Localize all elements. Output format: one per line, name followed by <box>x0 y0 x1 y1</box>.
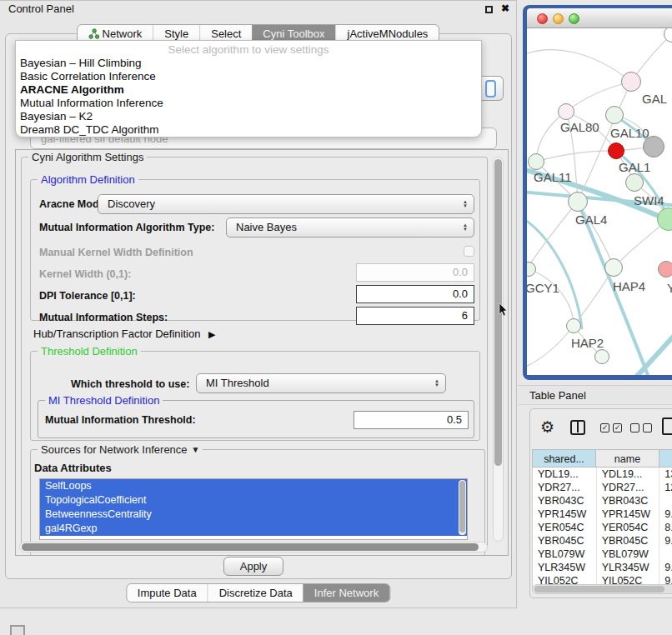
scrollbar-thumb[interactable] <box>534 586 664 592</box>
table-row[interactable]: YDR27...YDR27...12 <box>533 481 672 494</box>
table-cell: YBL079W <box>597 548 660 561</box>
network-node-gal11[interactable] <box>528 153 544 170</box>
manual-kernel-checkbox[interactable] <box>464 246 474 257</box>
table-cell: 12 <box>659 481 672 494</box>
settings-horizontal-scrollbar[interactable] <box>19 542 488 552</box>
network-node[interactable] <box>594 349 609 364</box>
float-window-icon[interactable] <box>485 6 493 13</box>
which-threshold-label: Which threshold to use: <box>71 378 189 390</box>
data-attributes-list[interactable]: SelfLoopsTopologicalCoefficientBetweenne… <box>39 478 468 540</box>
table-row[interactable]: YBL079WYBL079W <box>533 548 672 561</box>
network-node[interactable] <box>643 136 664 158</box>
algorithm-definition-group: Algorithm Definition Aracne Mode: Discov… <box>30 179 480 321</box>
algorithm-option-aracne-algorithm[interactable]: ARACNE Algorithm <box>16 83 481 97</box>
algorithm-option-dream8-dc-tdc-algorithm[interactable]: Dream8 DC_TDC Algorithm <box>16 123 481 137</box>
unchecked-checkbox-icon[interactable] <box>643 423 652 432</box>
algorithm-combo-stepper[interactable] <box>482 76 504 101</box>
algorithm-option-bayesian-hill-climbing[interactable]: Bayesian – Hill Climbing <box>16 57 481 70</box>
network-node-gal1[interactable] <box>608 142 624 159</box>
table-cell: YLR345W <box>533 561 597 574</box>
node-label: GAL80 <box>560 120 599 134</box>
close-icon[interactable]: ✖ <box>501 2 509 14</box>
network-window-titlebar[interactable] <box>527 8 672 28</box>
network-node-hap2[interactable] <box>566 318 581 333</box>
mi-threshold-field[interactable]: 0.5 <box>354 411 469 429</box>
apply-button[interactable]: Apply <box>223 557 283 576</box>
attribute-item-selfloops[interactable]: SelfLoops <box>40 479 467 493</box>
scrollbar-thumb[interactable] <box>459 481 465 532</box>
dpi-tolerance-field[interactable]: 0.0 <box>356 285 474 303</box>
table-row[interactable]: YDL19...YDL19...13 <box>533 468 672 481</box>
scrollbar-thumb[interactable] <box>22 543 479 551</box>
table-cell: 9. <box>659 534 672 548</box>
settings-vertical-scrollbar[interactable] <box>493 157 504 542</box>
collapse-down-icon[interactable]: ▼ <box>192 445 200 454</box>
table-row[interactable]: YPR145WYPR145W9. <box>533 508 672 521</box>
attribute-item-betweennesscentrality[interactable]: BetweennessCentrality <box>40 508 467 522</box>
algorithm-dropdown-popup: Select algorithm to view settings Bayesi… <box>15 40 482 138</box>
which-threshold-combo[interactable]: MI Threshold ▲▼ <box>196 373 446 393</box>
table-cell: YPR145W <box>533 508 597 521</box>
mi-steps-field[interactable]: 6 <box>356 307 474 325</box>
node-label: GAL <box>642 92 667 106</box>
minimize-traffic-light[interactable] <box>553 13 564 24</box>
focus-ring <box>485 80 496 98</box>
tab-discretize-data[interactable]: Discretize Data <box>208 584 303 602</box>
node-label: GAL4 <box>575 212 607 227</box>
column-header-name[interactable]: name <box>596 449 659 468</box>
table-cell: 9. <box>659 508 672 521</box>
bottom-tabbar: Impute DataDiscretize DataInfer Network <box>126 583 390 602</box>
checked-checkbox-icon[interactable]: ✓ <box>600 423 609 432</box>
network-node-hap4[interactable] <box>604 258 623 277</box>
attribute-item-gal4rgexp[interactable]: gal4RGexp <box>40 522 467 536</box>
table-cell: YDR27... <box>533 481 597 494</box>
minimized-window-icon[interactable] <box>10 625 25 635</box>
table-cell: YBR043C <box>533 494 597 508</box>
table-cell: YER054C <box>533 521 597 534</box>
gear-icon[interactable]: ⚙ <box>540 418 554 437</box>
column-header-2[interactable] <box>659 449 672 468</box>
network-node-gal[interactable] <box>621 72 641 92</box>
network-node-gal80[interactable] <box>558 103 574 120</box>
mi-type-combo[interactable]: Naive Bayes ▲▼ <box>226 218 474 238</box>
network-node-gal4[interactable] <box>568 192 588 212</box>
sources-title: Sources for Network Inference <box>41 443 188 456</box>
attribute-item-topologicalcoefficient[interactable]: TopologicalCoefficient <box>40 493 467 508</box>
node-table: shared...name YDL19...YDL19...13YDR27...… <box>532 449 672 588</box>
column-header-shared[interactable]: shared... <box>532 449 596 468</box>
tab-impute-data[interactable]: Impute Data <box>127 584 208 602</box>
table-horizontal-scrollbar[interactable] <box>532 584 672 594</box>
table-cell <box>659 494 672 508</box>
network-node[interactable] <box>625 173 644 192</box>
table-cell: YLR345W <box>597 561 660 574</box>
tab-label: Network <box>103 28 143 40</box>
table-cell: YBL079W <box>533 548 597 561</box>
table-row[interactable]: YLR345WYLR345W9. <box>533 561 672 574</box>
network-node-y[interactable] <box>658 261 672 278</box>
screen: Control Panel ✖ NetworkStyleSelectCyni T… <box>0 0 672 635</box>
document-icon[interactable] <box>662 418 672 435</box>
tab-label: Discretize Data <box>219 587 293 599</box>
split-columns-icon[interactable] <box>570 420 585 435</box>
table-row[interactable]: YER054CYER054C8. <box>533 521 672 534</box>
checked-checkbox-icon[interactable]: ✓ <box>613 423 622 432</box>
network-canvas[interactable]: GALGAL80GAL10GAL1GAL11GAL4SWI4GCY1HAP4YH… <box>527 28 672 375</box>
unchecked-checkbox-icon[interactable] <box>630 423 639 432</box>
close-traffic-light[interactable] <box>537 13 548 24</box>
aracne-mode-combo[interactable]: Discovery ▲▼ <box>98 194 474 214</box>
panel-title: Control Panel <box>8 2 74 15</box>
table-row[interactable]: YBR045CYBR045C9. <box>533 534 672 548</box>
algorithm-option-bayesian-k2[interactable]: Bayesian – K2 <box>16 110 481 123</box>
algorithm-option-basic-correlation-inference[interactable]: Basic Correlation Inference <box>16 70 481 83</box>
table-row[interactable]: YBR043CYBR043C <box>533 494 672 508</box>
algorithm-option-mutual-information-inference[interactable]: Mutual Information Inference <box>16 97 481 110</box>
table-panel-titlebar: Table Panel <box>518 385 672 405</box>
dropdown-placeholder: Select algorithm to view settings <box>16 42 481 57</box>
list-scrollbar[interactable] <box>459 480 466 535</box>
which-threshold-value: MI Threshold <box>206 377 269 389</box>
tab-infer-network[interactable]: Infer Network <box>303 584 389 602</box>
network-node-gal10[interactable] <box>605 106 624 124</box>
control-panel-window: Control Panel ✖ NetworkStyleSelectCyni T… <box>0 0 517 608</box>
hub-definition-expander[interactable]: Hub/Transcription Factor Definition ▶ <box>33 328 215 340</box>
zoom-traffic-light[interactable] <box>569 13 579 24</box>
